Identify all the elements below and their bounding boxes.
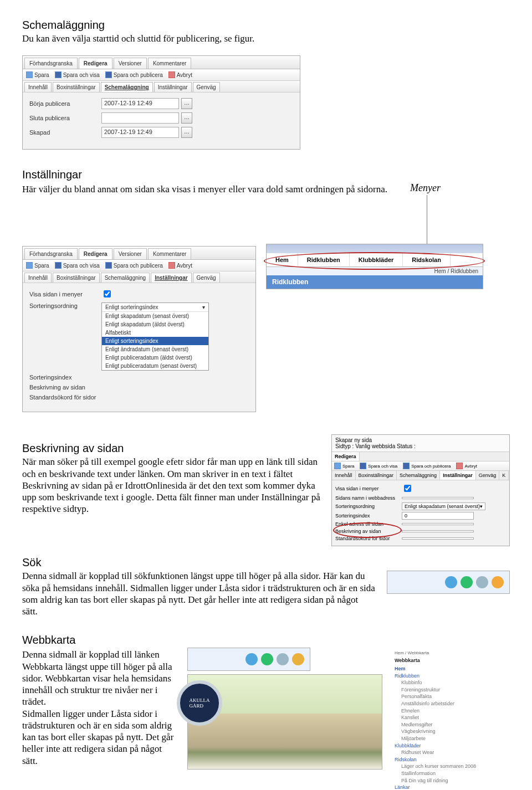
save-publish-button-2[interactable]: Spara och publicera (105, 262, 163, 269)
input-simple-url[interactable] (402, 523, 474, 525)
end-publish-input[interactable] (101, 112, 179, 124)
tree-item[interactable]: Vägbeskrivning (401, 728, 505, 735)
tab-box-settings-2[interactable]: Boxinställningar (53, 273, 100, 283)
tab-versions[interactable]: Versioner (114, 58, 147, 69)
save-button[interactable]: Spara (26, 71, 49, 78)
help-icon[interactable] (461, 576, 473, 588)
site-breadcrumb: Hem / Ridklubben (267, 267, 483, 275)
tree-item[interactable]: Personalfakta (401, 693, 505, 700)
tab-comments[interactable]: Kommentarer (148, 58, 192, 69)
tree-item[interactable]: Kansliet (401, 714, 505, 721)
tab-comments-2[interactable]: Kommentarer (148, 248, 192, 259)
tab-scheduling-3[interactable]: Schemaläggning (397, 471, 440, 480)
site-subhead: Ridklubben (267, 275, 483, 289)
sortorder-option[interactable]: Enligt publiceradatum (senast överst) (102, 362, 208, 370)
save-publish-button[interactable]: Spara och publicera (105, 71, 163, 78)
input-url-name[interactable] (402, 497, 474, 499)
tree-section[interactable]: Ridklubben (395, 673, 505, 680)
sortorder-option[interactable]: Enligt skapadatum (senast överst) (102, 312, 208, 320)
end-publish-picker[interactable]: … (181, 112, 192, 124)
input-keywords[interactable] (402, 537, 474, 540)
save-view-button-3[interactable]: Spara och visa (360, 463, 397, 469)
tab-preview-2[interactable]: Förhandsgranska (24, 248, 78, 259)
tab-preview[interactable]: Förhandsgranska (24, 58, 78, 69)
tab-scheduling[interactable]: Schemaläggning (101, 82, 153, 92)
sortorder-option[interactable]: Enligt skapadatum (äldst överst) (102, 320, 208, 329)
tab-shortcut[interactable]: Genväg (193, 82, 220, 92)
tree-root[interactable]: Hem (395, 665, 505, 673)
input-sortindex[interactable]: 0 (402, 512, 474, 520)
cancel-button-3[interactable]: Avbryt (456, 463, 477, 469)
sortorder-option[interactable]: Enligt ändradatum (senast överst) (102, 345, 208, 353)
sortorder-option[interactable]: Alfabetiskt (102, 329, 208, 337)
save-button-3[interactable]: Spara (334, 463, 354, 469)
rss-icon[interactable] (492, 576, 504, 588)
tab-edit[interactable]: Redigera (79, 58, 112, 69)
tree-section[interactable]: Ridskolan (395, 756, 505, 763)
site-tab-ridklubben[interactable]: Ridklubben (298, 253, 350, 266)
search-icon[interactable] (476, 576, 488, 588)
screenshot-icon-strip-2 (187, 648, 310, 671)
tree-item[interactable]: Medlemsgifter (401, 721, 505, 729)
help-icon[interactable] (261, 653, 273, 665)
row-show-in-menus: Visa sidan i menyer (335, 486, 402, 491)
sitemap-icon[interactable] (445, 576, 457, 588)
callout-line (427, 195, 427, 244)
screenshot-webbkarta-tree: Hem / Webbkarta Webbkarta Hem Ridklubben… (390, 648, 510, 790)
save-view-button[interactable]: Spara och visa (55, 71, 100, 78)
tab-content-2[interactable]: Innehåll (24, 273, 52, 283)
tree-item[interactable]: Ridhuset Wear (401, 749, 505, 756)
rss-icon[interactable] (292, 653, 304, 665)
start-publish-label: Börja publicera (29, 100, 101, 107)
tree-item[interactable]: Ehnelen (401, 707, 505, 715)
row-simple-url: Enkel adress till sidan (335, 521, 402, 527)
tab-content-3[interactable]: Innehåll (332, 471, 356, 480)
tab-shortcut-3[interactable]: Genväg (476, 471, 500, 480)
input-sortorder[interactable]: Enligt skapadatum (senast överst)▾ (402, 502, 485, 510)
cancel-button-2[interactable]: Avbryt (168, 262, 192, 269)
tree-section[interactable]: Klubbkläder (395, 742, 505, 750)
site-tab-klubbklader[interactable]: Klubbkläder (350, 253, 403, 266)
tab-versions-2[interactable]: Versioner (114, 248, 147, 259)
tab-settings-3[interactable]: Inställningar (440, 471, 476, 480)
sortorder-dropdown[interactable]: Enligt sorteringsindex▾ Enligt skapadatu… (101, 302, 209, 371)
show-in-menus-checkbox[interactable] (104, 290, 111, 297)
tree-item[interactable]: På Din väg till ridning (401, 777, 505, 784)
tab-edit-3[interactable]: Redigera (332, 452, 360, 461)
save-view-button-2[interactable]: Spara och visa (55, 262, 100, 269)
tree-item[interactable]: Anställdsinfo arbetstider (401, 700, 505, 707)
tree-item[interactable]: Läger och kurser sommaren 2008 (401, 763, 505, 770)
tab-settings[interactable]: Inställningar (154, 82, 192, 92)
tab-shortcut-2[interactable]: Genväg (193, 273, 220, 283)
site-tab-home[interactable]: Hem (267, 253, 298, 266)
site-tab-ridskolan[interactable]: Ridskolan (403, 253, 451, 266)
tree-item[interactable]: Klubbinfo (401, 679, 505, 686)
start-publish-input[interactable]: 2007-12-19 12:49 (101, 98, 179, 109)
tab-content[interactable]: Innehåll (24, 82, 52, 92)
sitemap-icon[interactable] (245, 653, 258, 665)
tree-item[interactable]: Stallinformation (401, 770, 505, 777)
tree-section[interactable]: Länkar (395, 784, 505, 790)
save-button-2[interactable]: Spara (26, 262, 49, 269)
tree-item[interactable]: Miljöarbete (401, 735, 505, 742)
tab-scheduling-2[interactable]: Schemaläggning (101, 273, 150, 283)
created-picker[interactable]: … (181, 127, 192, 138)
sortorder-option[interactable]: Enligt sorteringsindex (102, 337, 208, 345)
save-publish-label: Spara och publicera (114, 72, 163, 78)
input-desc[interactable] (402, 530, 474, 532)
cancel-button[interactable]: Avbryt (168, 71, 192, 78)
created-input[interactable]: 2007-12-19 12:49 (101, 127, 179, 138)
save-publish-button-3[interactable]: Spara och publicera (403, 463, 451, 469)
tab-edit-2[interactable]: Redigera (79, 248, 112, 259)
heading-beskrivning: Beskrivning av sidan (22, 442, 320, 455)
start-publish-picker[interactable]: … (181, 98, 192, 109)
tab-box-settings-3[interactable]: Boxinställningar (356, 471, 397, 480)
tab-box-settings[interactable]: Boxinställningar (53, 82, 100, 92)
sortorder-option[interactable]: Enligt publiceradatum (äldst överst) (102, 353, 208, 362)
tab-settings-2[interactable]: Inställningar (151, 273, 191, 283)
tab-extra-3[interactable]: K (499, 471, 509, 480)
checkbox-show-in-menus[interactable] (404, 485, 411, 492)
editor-toolbar-3: Spara Spara och visa Spara och publicera… (332, 461, 509, 471)
tree-item[interactable]: Föreningsstruktur (401, 686, 505, 694)
search-icon[interactable] (277, 653, 289, 665)
